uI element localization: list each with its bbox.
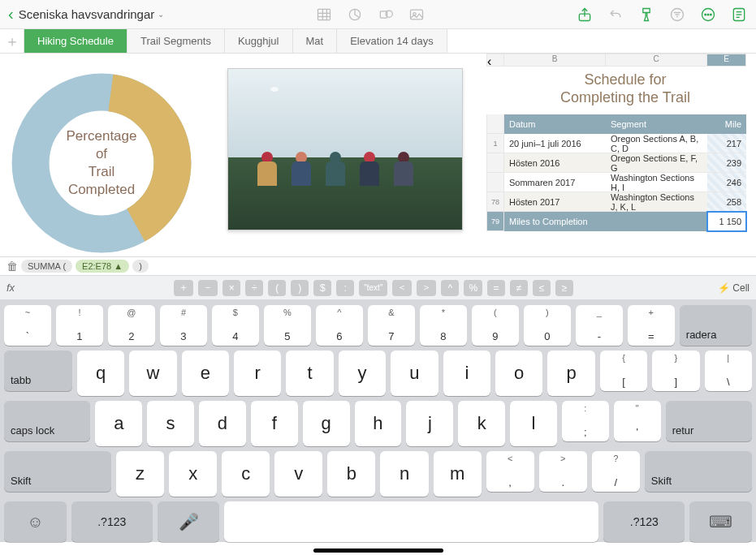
- fn-key[interactable]: %: [464, 280, 482, 296]
- space-key[interactable]: [224, 501, 598, 542]
- key-6[interactable]: ^6: [316, 305, 363, 346]
- key-7[interactable]: &7: [368, 305, 415, 346]
- title-menu-caret-icon[interactable]: ⌄: [158, 10, 164, 19]
- key-punct[interactable]: :;: [562, 401, 609, 441]
- key-t[interactable]: t: [286, 351, 333, 396]
- key-2[interactable]: @2: [108, 305, 155, 346]
- key-l[interactable]: l: [510, 401, 557, 446]
- sheet-tab[interactable]: Elevation 14 days: [337, 29, 447, 53]
- photo-placeholder[interactable]: [227, 68, 463, 230]
- table-footer-row[interactable]: 79 Miles to Completion 1 150: [486, 212, 746, 231]
- row-number[interactable]: [486, 173, 504, 192]
- formula-range-token[interactable]: E2:E78 ▲: [76, 260, 129, 273]
- fn-key[interactable]: "text": [359, 280, 387, 296]
- cell-mode-button[interactable]: ⚡Cell: [718, 282, 750, 294]
- table-icon[interactable]: [315, 6, 333, 24]
- table-row[interactable]: Hösten 2016 Oregon Sections E, F, G 239: [486, 153, 746, 173]
- formula-function-token[interactable]: SUMMA (: [21, 260, 72, 273]
- key-=[interactable]: +=: [628, 305, 675, 346]
- format-brush-icon[interactable]: [637, 6, 655, 24]
- key-h[interactable]: h: [355, 401, 402, 446]
- row-gutter-handle[interactable]: ‹: [486, 54, 504, 67]
- fn-key[interactable]: ＜: [392, 280, 412, 296]
- tab-key[interactable]: tabb: [4, 351, 72, 391]
- key-j[interactable]: j: [406, 401, 453, 446]
- fn-key[interactable]: ×: [222, 280, 240, 296]
- key-u[interactable]: u: [391, 351, 438, 396]
- key-x[interactable]: x: [169, 451, 217, 497]
- sheet-tab[interactable]: Trail Segments: [127, 29, 225, 53]
- media-icon[interactable]: [408, 6, 426, 24]
- fn-key[interactable]: ≤: [533, 280, 551, 296]
- key-5[interactable]: %5: [264, 305, 311, 346]
- key-r[interactable]: r: [234, 351, 281, 396]
- formula-bar[interactable]: 🗑 SUMMA ( E2:E78 ▲ ): [0, 256, 756, 276]
- dictation-key[interactable]: 🎤: [158, 501, 220, 542]
- shape-icon[interactable]: [377, 6, 395, 24]
- numsym-key[interactable]: .?123: [71, 501, 153, 542]
- key-punct[interactable]: "': [614, 401, 661, 441]
- fn-key[interactable]: ≠: [510, 280, 528, 296]
- key-bracket[interactable]: }]: [652, 351, 699, 391]
- row-number[interactable]: [486, 153, 504, 173]
- key-d[interactable]: d: [199, 401, 246, 446]
- key-c[interactable]: c: [222, 451, 270, 497]
- key-9[interactable]: (9: [472, 305, 519, 346]
- fn-key[interactable]: ＋: [174, 280, 193, 296]
- key-bracket[interactable]: {[: [600, 351, 647, 391]
- row-number[interactable]: 78: [486, 192, 504, 212]
- shift-key[interactable]: Skift: [4, 451, 111, 492]
- key-f[interactable]: f: [251, 401, 298, 446]
- fn-key[interactable]: ÷: [245, 280, 263, 296]
- key-0[interactable]: )0: [524, 305, 571, 346]
- donut-chart[interactable]: Percentage of Trail Completed: [8, 70, 195, 256]
- canvas-area[interactable]: Percentage of Trail Completed ‹ B C E Sc…: [0, 54, 756, 256]
- key-b[interactable]: b: [327, 451, 375, 497]
- row-number[interactable]: 79: [486, 212, 504, 231]
- key-bracket[interactable]: |\: [705, 351, 752, 391]
- return-key[interactable]: retur: [666, 401, 752, 441]
- trash-icon[interactable]: 🗑: [6, 260, 18, 273]
- key-m[interactable]: m: [434, 451, 482, 497]
- key-e[interactable]: e: [182, 351, 229, 396]
- filter-icon[interactable]: [668, 6, 686, 24]
- column-header[interactable]: C: [606, 54, 707, 67]
- key-w[interactable]: w: [129, 351, 176, 396]
- key-punct[interactable]: >.: [539, 451, 587, 492]
- add-sheet-button[interactable]: ＋: [0, 29, 24, 53]
- key-k[interactable]: k: [458, 401, 505, 446]
- row-number[interactable]: 1: [486, 134, 504, 153]
- key-p[interactable]: p: [547, 351, 594, 396]
- key-8[interactable]: *8: [420, 305, 467, 346]
- fn-key[interactable]: :: [336, 280, 354, 296]
- column-header[interactable]: B: [504, 54, 606, 67]
- fx-label[interactable]: fx: [6, 282, 29, 294]
- key-q[interactable]: q: [77, 351, 124, 396]
- fn-key[interactable]: =: [487, 280, 505, 296]
- table-row[interactable]: Sommaren 2017 Washington Sections H, I 2…: [486, 173, 746, 192]
- chart-icon[interactable]: [346, 6, 364, 24]
- key-i[interactable]: i: [443, 351, 490, 396]
- fn-key[interactable]: ^: [441, 280, 459, 296]
- formula-close-token[interactable]: ): [132, 260, 149, 273]
- fn-key[interactable]: －: [198, 280, 218, 296]
- table-row[interactable]: 78 Hösten 2017 Washington Sections J, K,…: [486, 192, 746, 212]
- share-icon[interactable]: [576, 6, 594, 24]
- key-punct[interactable]: <,: [486, 451, 534, 492]
- schedule-table[interactable]: ‹ B C E Schedule for Completing the Trai…: [486, 54, 746, 231]
- key-n[interactable]: n: [380, 451, 428, 497]
- dismiss-keyboard-key[interactable]: ⌨: [689, 501, 752, 542]
- selected-cell[interactable]: 1 150: [707, 212, 746, 231]
- home-indicator[interactable]: [313, 549, 443, 553]
- sheet-tab[interactable]: Hiking Schedule: [24, 29, 127, 53]
- key-`[interactable]: ~`: [4, 305, 51, 346]
- delete-key[interactable]: radera: [680, 305, 752, 346]
- capslock-key[interactable]: caps lock: [4, 401, 90, 441]
- table-row[interactable]: 1 20 juni–1 juli 2016 Oregon Sections A,…: [486, 134, 746, 153]
- key-g[interactable]: g: [303, 401, 350, 446]
- key-v[interactable]: v: [274, 451, 322, 497]
- key-4[interactable]: $4: [212, 305, 259, 346]
- key-s[interactable]: s: [147, 401, 194, 446]
- fn-key[interactable]: $: [313, 280, 331, 296]
- fn-key[interactable]: (: [268, 280, 286, 296]
